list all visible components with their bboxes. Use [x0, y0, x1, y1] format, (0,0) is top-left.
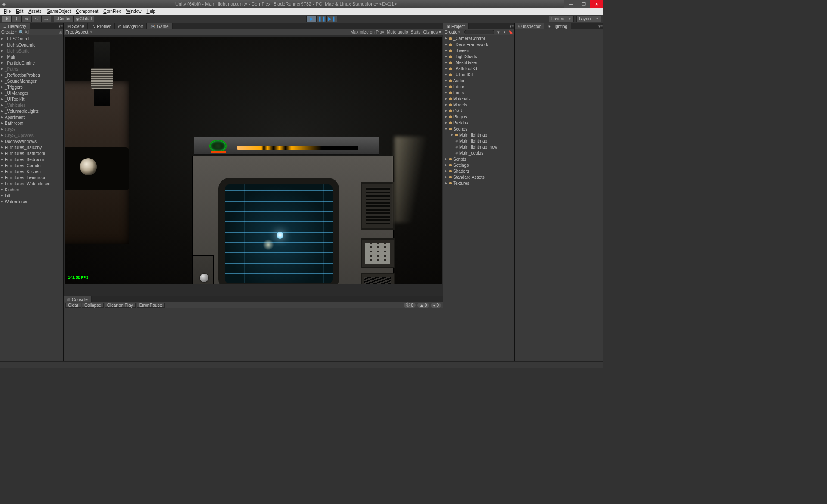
project-options[interactable]: ▾≡ [509, 23, 514, 29]
console-error-count[interactable]: ●0 [431, 303, 441, 308]
project-item[interactable]: 🖿Fonts [443, 90, 514, 96]
play-button[interactable]: ▶ [306, 16, 317, 22]
maximize-on-play-toggle[interactable]: Maximize on Play [351, 30, 384, 34]
project-item[interactable]: 🖿Textures [443, 180, 514, 186]
hierarchy-options[interactable]: ▾≡ [58, 23, 63, 29]
rotate-tool[interactable]: ↻ [22, 16, 31, 22]
hierarchy-item[interactable]: ▶_UIToolKit [0, 96, 63, 102]
hierarchy-item[interactable]: ▶Doors&Windows [0, 138, 63, 144]
project-item[interactable]: 🖿_PathToolKit [443, 65, 514, 72]
console-error-pause-toggle[interactable]: Error Pause [137, 303, 165, 308]
tab-console[interactable]: ▤Console [64, 296, 92, 302]
hierarchy-item[interactable]: ▶Kitchen [0, 187, 63, 193]
console-body[interactable] [64, 308, 443, 361]
console-info-count[interactable]: ⓘ0 [404, 303, 416, 308]
project-item[interactable]: 🖿_UIToolKit [443, 72, 514, 78]
inspector-options[interactable]: ▾≡ [598, 23, 603, 29]
project-item[interactable]: ◈Main_lightmap [443, 138, 514, 144]
hierarchy-item[interactable]: ▶CityS [0, 126, 63, 132]
project-item[interactable]: 🖿_MeshBaker [443, 59, 514, 65]
hierarchy-item[interactable]: ▶Waterclosed [0, 199, 63, 205]
maximize-button[interactable]: ❐ [577, 0, 590, 8]
game-render[interactable]: 141.52 FPS [65, 37, 442, 284]
layout-dropdown[interactable]: Layout▼ [576, 16, 601, 22]
hierarchy-item[interactable]: ▶_ParticleEngine [0, 60, 63, 66]
aspect-dropdown[interactable]: Free Aspect▾ [65, 30, 92, 34]
gizmos-dropdown[interactable]: Gizmos ▾ [423, 30, 441, 34]
pivot-global-button[interactable]: ◉ Global [73, 16, 94, 22]
pivot-center-button[interactable]: ▪ Center [54, 16, 73, 22]
console-clear-button[interactable]: Clear [65, 303, 81, 308]
hand-tool[interactable]: ✥ [2, 16, 12, 22]
step-button[interactable]: ▶❚ [327, 16, 337, 22]
project-item[interactable]: 🖿Editor [443, 84, 514, 90]
project-item[interactable]: 🖿Plugins [443, 114, 514, 120]
hierarchy-item[interactable]: ▶_LightsDynamic [0, 42, 63, 48]
project-item[interactable]: 🖿_iTween [443, 47, 514, 53]
hierarchy-item[interactable]: ▶_Vehicules [0, 102, 63, 108]
hierarchy-item[interactable]: ▶Furnitures_Kitchen [0, 168, 63, 174]
search-filter-label[interactable]: All [25, 30, 29, 34]
hierarchy-item[interactable]: ▶_Triggers [0, 84, 63, 90]
stats-toggle[interactable]: Stats [411, 30, 421, 34]
layers-dropdown[interactable]: Layers▼ [549, 16, 574, 22]
hierarchy-item[interactable]: ▶Lift [0, 193, 63, 199]
hierarchy-item[interactable]: ▶_Main [0, 54, 63, 60]
project-item[interactable]: 🖿Main_lightmap [443, 132, 514, 138]
tab-scene[interactable]: ⊞Scene [64, 23, 88, 29]
hierarchy-item[interactable]: ▶Furnitures_Balcony [0, 144, 63, 150]
project-item[interactable]: 🖿_CameraControl [443, 35, 514, 41]
menu-edit[interactable]: Edit [13, 9, 26, 14]
project-item[interactable]: 🖿Models [443, 102, 514, 108]
project-item[interactable]: 🖿Shaders [443, 168, 514, 174]
console-warn-count[interactable]: ▲0 [417, 303, 429, 308]
hierarchy-item[interactable]: ▶Apartment [0, 114, 63, 120]
hierarchy-item[interactable]: ▶_VolumetricLights [0, 108, 63, 114]
project-item[interactable]: 🖿Standard Assets [443, 174, 514, 180]
project-item[interactable]: ◈Main_lightmap_new [443, 144, 514, 150]
hierarchy-item[interactable]: ▶Bathroom [0, 120, 63, 126]
hierarchy-item[interactable]: ▶_FPSControl [0, 36, 63, 42]
tab-inspector[interactable]: ⓘInspector [515, 23, 544, 29]
save-search-icon[interactable]: 🔖 [508, 30, 513, 35]
hierarchy-item[interactable]: ▶_LightsStatic [0, 48, 63, 54]
mute-audio-toggle[interactable]: Mute audio [387, 30, 408, 34]
tab-hierarchy[interactable]: ☰Hierarchy [0, 23, 30, 29]
menu-cornflex[interactable]: CornFlex [101, 9, 124, 14]
project-item[interactable]: 🖿_DecalFramework [443, 41, 514, 47]
close-button[interactable]: ✕ [590, 0, 603, 8]
menu-gameobject[interactable]: GameObject [44, 9, 73, 14]
minimize-button[interactable]: — [564, 0, 577, 8]
tab-profiler[interactable]: 〽Profiler [88, 23, 115, 29]
scale-tool[interactable]: ⤡ [31, 16, 41, 22]
hierarchy-item[interactable]: ▶Furnitures_Waterclosed [0, 180, 63, 187]
hierarchy-item[interactable]: ▶Furnitures_Corridor [0, 162, 63, 168]
tab-lighting[interactable]: ☀Lighting [544, 23, 571, 29]
hierarchy-item[interactable]: ▶_Paths [0, 66, 63, 72]
hierarchy-item[interactable]: ▶Furnitures_Livingroom [0, 174, 63, 180]
project-search-input[interactable] [464, 30, 494, 34]
hierarchy-item[interactable]: ▶CityS_Updates [0, 132, 63, 138]
filter-by-type-icon[interactable]: ▾ [496, 30, 501, 35]
hierarchy-item[interactable]: ▶_UIManager [0, 90, 63, 96]
project-item[interactable]: 🖿Scenes [443, 126, 514, 132]
project-create-dropdown[interactable]: Create▾ [445, 30, 460, 34]
pause-button[interactable]: ❚❚ [317, 16, 327, 22]
tab-game[interactable]: 🎮Game [147, 23, 172, 29]
hierarchy-type-icon[interactable]: ⊞ [59, 30, 62, 34]
menu-help[interactable]: Help [144, 9, 158, 14]
console-collapse-toggle[interactable]: Collapse [82, 303, 104, 308]
menu-assets[interactable]: Assets [26, 9, 44, 14]
menu-window[interactable]: Window [124, 9, 144, 14]
console-clear-on-play-toggle[interactable]: Clear on Play [105, 303, 136, 308]
create-dropdown[interactable]: Create▾ [1, 30, 17, 34]
project-item[interactable]: 🖿OVR [443, 108, 514, 114]
tab-project[interactable]: ▣Project [443, 23, 469, 29]
hierarchy-item[interactable]: ▶_SoundManager [0, 78, 63, 84]
project-item[interactable]: 🖿_LightShafts [443, 53, 514, 59]
menu-file[interactable]: File [1, 9, 13, 14]
hierarchy-list[interactable]: ▶_FPSControl▶_LightsDynamic▶_LightsStati… [0, 35, 63, 361]
hierarchy-item[interactable]: ▶Furnitures_Bathroom [0, 150, 63, 156]
project-item[interactable]: 🖿Materials [443, 96, 514, 102]
project-item[interactable]: 🖿Settings [443, 162, 514, 168]
